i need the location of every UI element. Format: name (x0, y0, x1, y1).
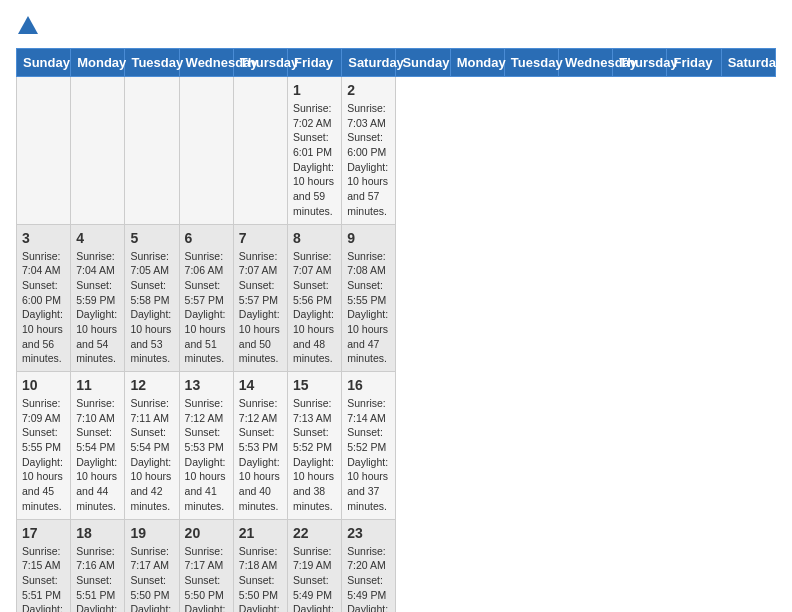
day-of-week-header: Saturday (342, 49, 396, 77)
day-of-week-header: Wednesday (559, 49, 613, 77)
day-info: Sunrise: 7:17 AM Sunset: 5:50 PM Dayligh… (185, 544, 228, 613)
day-info: Sunrise: 7:04 AM Sunset: 5:59 PM Dayligh… (76, 249, 119, 367)
day-of-week-header: Thursday (613, 49, 667, 77)
day-info: Sunrise: 7:20 AM Sunset: 5:49 PM Dayligh… (347, 544, 390, 613)
day-info: Sunrise: 7:18 AM Sunset: 5:50 PM Dayligh… (239, 544, 282, 613)
day-info: Sunrise: 7:09 AM Sunset: 5:55 PM Dayligh… (22, 396, 65, 514)
day-number: 4 (76, 230, 119, 246)
day-info: Sunrise: 7:07 AM Sunset: 5:56 PM Dayligh… (293, 249, 336, 367)
day-number: 21 (239, 525, 282, 541)
day-info: Sunrise: 7:16 AM Sunset: 5:51 PM Dayligh… (76, 544, 119, 613)
day-of-week-header: Sunday (396, 49, 450, 77)
day-info: Sunrise: 7:17 AM Sunset: 5:50 PM Dayligh… (130, 544, 173, 613)
day-info: Sunrise: 7:19 AM Sunset: 5:49 PM Dayligh… (293, 544, 336, 613)
page-header (16, 16, 776, 36)
day-number: 17 (22, 525, 65, 541)
day-of-week-header: Monday (450, 49, 504, 77)
calendar-cell: 5Sunrise: 7:05 AM Sunset: 5:58 PM Daylig… (125, 224, 179, 372)
day-number: 3 (22, 230, 65, 246)
day-number: 1 (293, 82, 336, 98)
day-number: 2 (347, 82, 390, 98)
calendar-cell: 4Sunrise: 7:04 AM Sunset: 5:59 PM Daylig… (71, 224, 125, 372)
calendar-table: SundayMondayTuesdayWednesdayThursdayFrid… (16, 48, 776, 612)
day-info: Sunrise: 7:05 AM Sunset: 5:58 PM Dayligh… (130, 249, 173, 367)
calendar-cell: 3Sunrise: 7:04 AM Sunset: 6:00 PM Daylig… (17, 224, 71, 372)
calendar-cell (179, 77, 233, 225)
day-number: 12 (130, 377, 173, 393)
logo-triangle-icon (18, 16, 38, 34)
calendar-cell: 17Sunrise: 7:15 AM Sunset: 5:51 PM Dayli… (17, 519, 71, 612)
calendar-header-row: SundayMondayTuesdayWednesdayThursdayFrid… (17, 49, 776, 77)
day-number: 13 (185, 377, 228, 393)
day-number: 6 (185, 230, 228, 246)
day-number: 22 (293, 525, 336, 541)
day-info: Sunrise: 7:07 AM Sunset: 5:57 PM Dayligh… (239, 249, 282, 367)
day-of-week-header: Tuesday (125, 49, 179, 77)
calendar-cell: 15Sunrise: 7:13 AM Sunset: 5:52 PM Dayli… (288, 372, 342, 520)
day-info: Sunrise: 7:14 AM Sunset: 5:52 PM Dayligh… (347, 396, 390, 514)
calendar-week-row: 1Sunrise: 7:02 AM Sunset: 6:01 PM Daylig… (17, 77, 776, 225)
day-info: Sunrise: 7:12 AM Sunset: 5:53 PM Dayligh… (185, 396, 228, 514)
day-info: Sunrise: 7:10 AM Sunset: 5:54 PM Dayligh… (76, 396, 119, 514)
day-of-week-header: Sunday (17, 49, 71, 77)
calendar-cell (17, 77, 71, 225)
calendar-cell: 7Sunrise: 7:07 AM Sunset: 5:57 PM Daylig… (233, 224, 287, 372)
day-info: Sunrise: 7:04 AM Sunset: 6:00 PM Dayligh… (22, 249, 65, 367)
calendar-cell: 14Sunrise: 7:12 AM Sunset: 5:53 PM Dayli… (233, 372, 287, 520)
calendar-cell: 12Sunrise: 7:11 AM Sunset: 5:54 PM Dayli… (125, 372, 179, 520)
day-number: 23 (347, 525, 390, 541)
calendar-week-row: 10Sunrise: 7:09 AM Sunset: 5:55 PM Dayli… (17, 372, 776, 520)
day-info: Sunrise: 7:11 AM Sunset: 5:54 PM Dayligh… (130, 396, 173, 514)
calendar-cell: 13Sunrise: 7:12 AM Sunset: 5:53 PM Dayli… (179, 372, 233, 520)
day-of-week-header: Saturday (721, 49, 775, 77)
calendar-cell (233, 77, 287, 225)
day-of-week-header: Friday (667, 49, 721, 77)
day-info: Sunrise: 7:03 AM Sunset: 6:00 PM Dayligh… (347, 101, 390, 219)
calendar-week-row: 3Sunrise: 7:04 AM Sunset: 6:00 PM Daylig… (17, 224, 776, 372)
calendar-cell: 20Sunrise: 7:17 AM Sunset: 5:50 PM Dayli… (179, 519, 233, 612)
calendar-cell (125, 77, 179, 225)
calendar-cell: 2Sunrise: 7:03 AM Sunset: 6:00 PM Daylig… (342, 77, 396, 225)
calendar-cell: 16Sunrise: 7:14 AM Sunset: 5:52 PM Dayli… (342, 372, 396, 520)
calendar-cell: 9Sunrise: 7:08 AM Sunset: 5:55 PM Daylig… (342, 224, 396, 372)
day-number: 19 (130, 525, 173, 541)
day-of-week-header: Friday (288, 49, 342, 77)
calendar-cell: 11Sunrise: 7:10 AM Sunset: 5:54 PM Dayli… (71, 372, 125, 520)
day-info: Sunrise: 7:08 AM Sunset: 5:55 PM Dayligh… (347, 249, 390, 367)
day-info: Sunrise: 7:13 AM Sunset: 5:52 PM Dayligh… (293, 396, 336, 514)
day-number: 5 (130, 230, 173, 246)
day-info: Sunrise: 7:12 AM Sunset: 5:53 PM Dayligh… (239, 396, 282, 514)
calendar-cell: 10Sunrise: 7:09 AM Sunset: 5:55 PM Dayli… (17, 372, 71, 520)
calendar-cell: 18Sunrise: 7:16 AM Sunset: 5:51 PM Dayli… (71, 519, 125, 612)
day-number: 15 (293, 377, 336, 393)
calendar-cell: 23Sunrise: 7:20 AM Sunset: 5:49 PM Dayli… (342, 519, 396, 612)
day-info: Sunrise: 7:15 AM Sunset: 5:51 PM Dayligh… (22, 544, 65, 613)
day-number: 16 (347, 377, 390, 393)
calendar-cell: 22Sunrise: 7:19 AM Sunset: 5:49 PM Dayli… (288, 519, 342, 612)
day-number: 7 (239, 230, 282, 246)
calendar-cell: 8Sunrise: 7:07 AM Sunset: 5:56 PM Daylig… (288, 224, 342, 372)
day-number: 8 (293, 230, 336, 246)
day-number: 14 (239, 377, 282, 393)
calendar-week-row: 17Sunrise: 7:15 AM Sunset: 5:51 PM Dayli… (17, 519, 776, 612)
day-of-week-header: Wednesday (179, 49, 233, 77)
day-of-week-header: Monday (71, 49, 125, 77)
day-number: 18 (76, 525, 119, 541)
calendar-cell (71, 77, 125, 225)
calendar-cell: 19Sunrise: 7:17 AM Sunset: 5:50 PM Dayli… (125, 519, 179, 612)
day-of-week-header: Thursday (233, 49, 287, 77)
day-number: 10 (22, 377, 65, 393)
calendar-cell: 21Sunrise: 7:18 AM Sunset: 5:50 PM Dayli… (233, 519, 287, 612)
day-info: Sunrise: 7:06 AM Sunset: 5:57 PM Dayligh… (185, 249, 228, 367)
calendar-cell: 1Sunrise: 7:02 AM Sunset: 6:01 PM Daylig… (288, 77, 342, 225)
day-number: 11 (76, 377, 119, 393)
day-of-week-header: Tuesday (504, 49, 558, 77)
day-info: Sunrise: 7:02 AM Sunset: 6:01 PM Dayligh… (293, 101, 336, 219)
day-number: 20 (185, 525, 228, 541)
logo (16, 16, 38, 36)
calendar-cell: 6Sunrise: 7:06 AM Sunset: 5:57 PM Daylig… (179, 224, 233, 372)
day-number: 9 (347, 230, 390, 246)
